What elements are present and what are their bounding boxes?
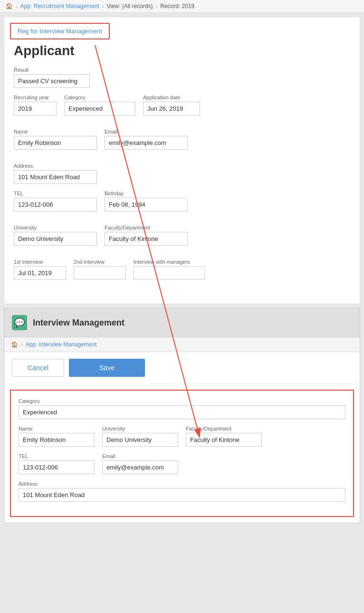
row-name-email: Name Emily Robinson Email emily@example.…	[14, 129, 350, 156]
reg-button-area: Reg for Interview Management	[4, 17, 360, 43]
form-category-label: Category	[19, 398, 345, 404]
interview-breadcrumb-app[interactable]: App: Interview Management	[26, 341, 96, 348]
form-tel-value: 123-012-006	[19, 460, 95, 474]
faculty-label: Faculty/Department	[105, 225, 188, 230]
form-address-value: 101 Mount Eden Road	[19, 488, 345, 502]
faculty-value: Faculty of Kintone	[105, 232, 188, 246]
breadcrumb-view: View: (All records)	[106, 3, 153, 10]
result-value: Passed CV screening	[14, 74, 90, 88]
result-field: Result Passed CV screening	[14, 67, 350, 88]
breadcrumb-sep-2: ›	[102, 3, 104, 9]
application-date-label: Application date	[143, 95, 200, 100]
interview-form: Category Experienced Name Emily Robinson…	[10, 390, 354, 517]
form-university-col: University Demo University	[102, 426, 178, 447]
address-label: Address	[14, 163, 350, 169]
interview-management-panel: 💬 Interview Management 🏠 › App: Intervie…	[4, 308, 360, 523]
form-name-col: Name Emily Robinson	[19, 426, 95, 447]
form-name-value: Emily Robinson	[19, 433, 95, 447]
form-address-label: Address	[19, 481, 345, 487]
interview-actions: Cancel Save	[4, 352, 360, 384]
form-row-tel-email: TEL 123-012-006 Email emily@example.com	[19, 453, 345, 474]
chat-icon: 💬	[12, 315, 27, 330]
email-value: emily@example.com	[105, 136, 188, 150]
interview-home-icon[interactable]: 🏠	[11, 341, 18, 348]
form-faculty-col: Faculty/Department Faculty of Kintone	[186, 426, 262, 447]
cancel-button[interactable]: Cancel	[12, 359, 64, 377]
applicant-panel: Reg for Interview Management Applicant R…	[4, 17, 360, 304]
first-interview-value: Jul 01, 2019	[14, 266, 66, 280]
first-interview-label: 1st interview	[14, 259, 66, 265]
form-faculty-label: Faculty/Department	[186, 426, 262, 431]
row-tel-birthday: TEL 123-012-006 Birthday Feb 08, 1994	[14, 191, 350, 218]
manager-interview-field: Interview with managers	[134, 259, 205, 281]
category-label: Category	[64, 95, 135, 100]
row-university-faculty: University Demo University Faculty/Depar…	[14, 225, 350, 252]
interview-header: 💬 Interview Management	[4, 308, 360, 337]
application-date-field: Application date Jun 26, 2019	[143, 95, 200, 115]
form-email-value: emily@example.com	[102, 460, 178, 474]
manager-interview-label: Interview with managers	[134, 259, 205, 265]
name-label: Name	[14, 129, 97, 134]
form-category-value: Experienced	[19, 405, 345, 419]
faculty-field: Faculty/Department Faculty of Kintone	[105, 225, 188, 246]
second-interview-label: 2nd interview	[74, 259, 126, 265]
form-email-col: Email emily@example.com	[102, 453, 178, 474]
form-tel-col: TEL 123-012-006	[19, 453, 95, 474]
breadcrumb-sep-1: ›	[16, 3, 18, 9]
breadcrumb-sep-3: ›	[156, 3, 158, 9]
result-label: Result	[14, 67, 350, 73]
first-interview-field: 1st interview Jul 01, 2019	[14, 259, 66, 281]
email-label: Email	[105, 129, 188, 134]
form-faculty-value: Faculty of Kintone	[186, 433, 262, 447]
reg-for-interview-button[interactable]: Reg for Interview Management	[10, 23, 110, 39]
form-tel-label: TEL	[19, 453, 95, 459]
form-university-value: Demo University	[102, 433, 178, 447]
address-field: Address 101 Mount Eden Road	[14, 163, 350, 184]
birthday-label: Birthday	[105, 191, 188, 196]
form-name-label: Name	[19, 426, 95, 431]
row-recruiting-category-date: Recruiting year 2019 Category Experience…	[14, 95, 350, 122]
page-wrapper: 🏠 › App: Recruitment Management › View: …	[0, 0, 364, 523]
form-row-name-uni-faculty: Name Emily Robinson University Demo Univ…	[19, 426, 345, 447]
tel-label: TEL	[14, 191, 97, 196]
applicant-section: Applicant Result Passed CV screening Rec…	[4, 43, 360, 304]
breadcrumb-bar: 🏠 › App: Recruitment Management › View: …	[0, 0, 364, 13]
form-category-field: Category Experienced	[19, 398, 345, 419]
birthday-field: Birthday Feb 08, 1994	[105, 191, 188, 211]
email-field: Email emily@example.com	[105, 129, 188, 150]
save-button[interactable]: Save	[69, 359, 145, 377]
second-interview-value	[74, 266, 126, 279]
interview-panel-title: Interview Management	[33, 318, 125, 328]
breadcrumb-app[interactable]: App: Recruitment Management	[20, 3, 99, 10]
recruiting-year-field: Recruiting year 2019	[14, 95, 57, 115]
university-value: Demo University	[14, 232, 97, 246]
manager-interview-value	[134, 266, 205, 279]
form-address-field: Address 101 Mount Eden Road	[19, 481, 345, 502]
form-university-label: University	[102, 426, 178, 431]
category-field: Category Experienced	[64, 95, 135, 115]
tel-field: TEL 123-012-006	[14, 191, 97, 211]
recruiting-year-label: Recruiting year	[14, 95, 57, 100]
breadcrumb-record: Record: 2019	[160, 3, 194, 10]
home-icon[interactable]: 🏠	[6, 3, 13, 10]
address-value: 101 Mount Eden Road	[14, 170, 97, 184]
name-field: Name Emily Robinson	[14, 129, 97, 150]
recruiting-year-value: 2019	[14, 102, 57, 115]
university-field: University Demo University	[14, 225, 97, 246]
interview-breadcrumb: 🏠 › App: Interview Management	[4, 337, 360, 352]
applicant-title: Applicant	[14, 43, 350, 58]
application-date-value: Jun 26, 2019	[143, 102, 200, 115]
university-label: University	[14, 225, 97, 230]
second-interview-field: 2nd interview	[74, 259, 126, 281]
interview-breadcrumb-sep: ›	[21, 341, 23, 348]
name-value: Emily Robinson	[14, 136, 97, 150]
row-interviews: 1st interview Jul 01, 2019 2nd interview…	[14, 259, 350, 287]
tel-value: 123-012-006	[14, 198, 97, 211]
category-value: Experienced	[64, 102, 135, 115]
form-email-label: Email	[102, 453, 178, 459]
birthday-value: Feb 08, 1994	[105, 198, 188, 211]
